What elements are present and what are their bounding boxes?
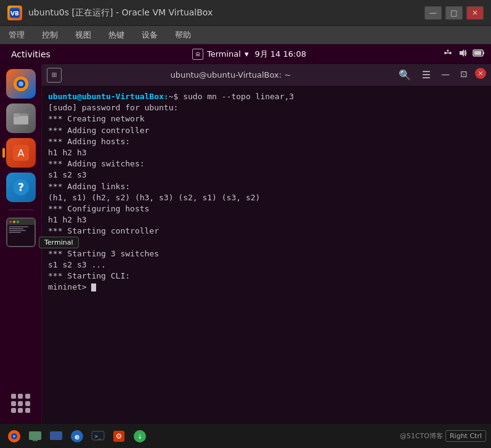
term-line-1: ubuntu@ubuntu-VirtualBox:~$ sudo mn --to… — [48, 91, 485, 102]
cursor-block — [91, 283, 96, 291]
svg-text:?: ? — [17, 181, 23, 193]
menu-control[interactable]: 控制 — [38, 28, 62, 42]
watermark: @51CTO博客 — [400, 431, 443, 441]
term-line-12: h1 h2 h3 — [48, 214, 485, 226]
term-menu-button[interactable]: ☰ — [418, 68, 434, 82]
preview-line-1 — [9, 226, 28, 227]
vbox-icon: VB — [7, 6, 22, 20]
preview-content — [7, 225, 34, 246]
svg-text:>_: >_ — [95, 433, 102, 439]
svg-rect-26 — [50, 431, 62, 440]
panel-terminal-text: Terminal — [207, 49, 241, 59]
volume-icon[interactable] — [458, 48, 468, 60]
dock-help[interactable]: ? — [6, 173, 36, 202]
taskbar-icon-3[interactable] — [47, 427, 65, 446]
svg-point-2 — [444, 52, 447, 54]
dock-terminal-preview[interactable] — [6, 218, 36, 247]
apps-dot — [11, 394, 16, 399]
dock: A ? — [0, 64, 42, 423]
apps-dot — [11, 408, 16, 413]
maximize-button[interactable]: □ — [445, 6, 463, 20]
preview-dot-min — [13, 221, 15, 223]
term-line-2: [sudo] password for ubuntu: — [48, 102, 485, 113]
panel-right-icons — [443, 48, 485, 60]
term-line-13: *** Starting controller — [48, 226, 485, 237]
show-apps-button[interactable] — [6, 389, 36, 418]
apps-dot — [18, 401, 23, 406]
battery-icon[interactable] — [473, 48, 485, 60]
term-content[interactable]: ubuntu@ubuntu-VirtualBox:~$ sudo mn --to… — [42, 86, 491, 423]
minimize-button[interactable]: — — [424, 6, 442, 20]
apps-dot — [11, 401, 16, 406]
taskbar-icon-4[interactable]: e — [68, 427, 86, 446]
term-line-15: *** Starting 3 switches — [48, 248, 485, 259]
preview-line-4 — [9, 232, 21, 233]
taskbar-icon-7[interactable]: ↓ — [131, 427, 149, 446]
svg-point-5 — [447, 50, 449, 52]
term-search-button[interactable]: 🔍 — [395, 68, 415, 82]
svg-rect-24 — [29, 431, 41, 440]
taskbar-icon-2[interactable] — [26, 427, 44, 446]
panel-clock: 9月 14 16:08 — [254, 49, 306, 60]
preview-line-3 — [9, 230, 26, 231]
dock-firefox[interactable] — [6, 69, 36, 99]
gnome-panel: Activities ⊞ Terminal ▾ 9月 14 16:08 — [0, 44, 491, 64]
term-prompt-tilde: ~$ — [169, 92, 183, 101]
terminal-tooltip: Terminal — [39, 237, 79, 248]
term-line-3: *** Creating network — [48, 113, 485, 124]
dock-files[interactable] — [6, 104, 36, 133]
vbox-menubar: 管理 控制 视图 热键 设备 帮助 — [0, 26, 491, 44]
menu-help[interactable]: 帮助 — [171, 28, 195, 42]
dock-active-indicator — [2, 148, 5, 158]
apps-dot — [18, 408, 23, 413]
term-minimize-button[interactable]: — — [438, 68, 453, 80]
term-line-8: s1 s2 s3 — [48, 169, 485, 181]
term-line-4: *** Adding controller — [48, 125, 485, 136]
menu-hotkeys[interactable]: 热键 — [105, 28, 128, 42]
preview-dot-max — [17, 221, 19, 223]
dock-ubuntu-software[interactable]: A — [6, 138, 36, 168]
menu-devices[interactable]: 设备 — [138, 28, 161, 42]
svg-point-13 — [18, 81, 23, 86]
terminal-small-icon: ⊞ — [192, 49, 203, 60]
svg-point-3 — [449, 52, 452, 54]
window-controls: — □ ✕ — [424, 6, 484, 20]
titlebar: VB ubuntu0s [正在运行] - Oracle VM VirtualBo… — [0, 0, 491, 26]
term-line-6: h1 h2 h3 — [48, 147, 485, 158]
svg-rect-25 — [33, 440, 38, 441]
taskbar-icon-1[interactable] — [5, 427, 23, 446]
taskbar-icon-5[interactable]: >_ — [89, 427, 107, 446]
term-line-16: s1 s2 s3 ... — [48, 259, 485, 271]
preview-bar — [7, 219, 34, 225]
taskbar-right-area: @51CTO博客 Right Ctrl — [400, 430, 486, 442]
menu-view[interactable]: 视图 — [71, 28, 95, 42]
menu-manage[interactable]: 管理 — [5, 28, 28, 42]
apps-dot — [25, 408, 30, 413]
term-window-buttons: 🔍 ☰ — ⊡ ✕ — [395, 68, 486, 82]
term-line-11: *** Configuring hosts — [48, 203, 485, 214]
term-line-17: *** Starting CLI: — [48, 271, 485, 282]
apps-dot — [25, 401, 30, 406]
svg-text:⚙: ⚙ — [116, 432, 123, 441]
panel-terminal-task[interactable]: ⊞ Terminal ▾ — [192, 49, 248, 60]
virtualbox-window: VB ubuntu0s [正在运行] - Oracle VM VirtualBo… — [0, 0, 491, 448]
panel-chevron-icon: ▾ — [245, 49, 249, 59]
term-prompt: ubuntu@ubuntu-VirtualBox: — [48, 92, 169, 101]
svg-text:A: A — [17, 147, 24, 159]
term-close-button[interactable]: ✕ — [475, 68, 486, 79]
main-area: A ? — [0, 64, 491, 423]
taskbar-icon-6[interactable]: ⚙ — [110, 427, 128, 446]
network-icon[interactable] — [443, 48, 453, 60]
svg-rect-10 — [474, 51, 482, 55]
svg-text:VB: VB — [10, 10, 19, 17]
svg-marker-7 — [460, 49, 464, 57]
term-line-9: *** Adding links: — [48, 181, 485, 192]
preview-dot-close — [9, 221, 12, 223]
activities-button[interactable]: Activities — [6, 48, 55, 60]
term-title: ubuntu@ubuntu-VirtualBox: ~ — [67, 70, 395, 79]
window-title: ubuntu0s [正在运行] - Oracle VM VirtualBox — [28, 7, 424, 18]
term-maximize-button[interactable]: ⊡ — [457, 68, 471, 80]
term-line-5: *** Adding hosts: — [48, 136, 485, 147]
apps-dot — [25, 394, 30, 399]
close-button[interactable]: ✕ — [466, 6, 484, 20]
